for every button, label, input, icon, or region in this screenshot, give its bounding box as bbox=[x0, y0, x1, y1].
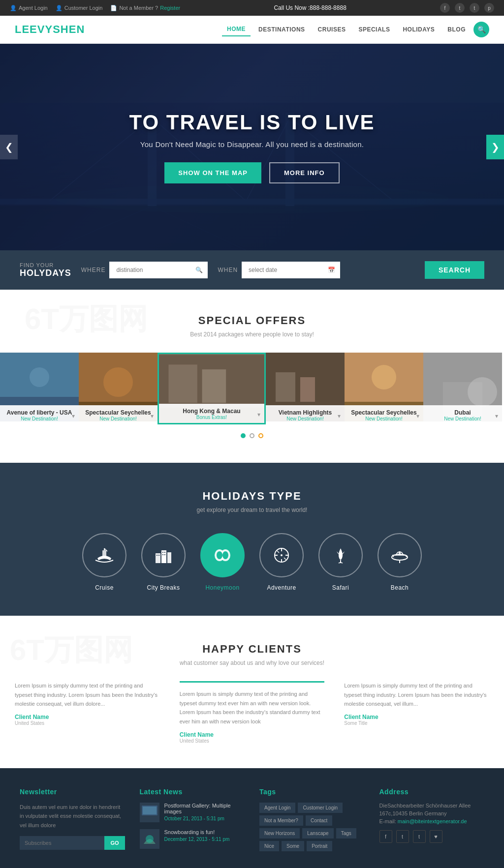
facebook-icon[interactable]: f bbox=[440, 3, 450, 13]
register-link[interactable]: Register bbox=[160, 5, 180, 11]
svg-point-31 bbox=[468, 377, 497, 407]
footer: Newsletter Duis autem vel eum iure dolor… bbox=[0, 768, 504, 868]
nav-specials[interactable]: SPECIALS bbox=[353, 23, 395, 36]
tag-some[interactable]: Some bbox=[282, 841, 304, 851]
clients-subtitle: what customer say about us and why love … bbox=[15, 659, 489, 666]
special-offers-subtitle: Best 2014 packages where people love to … bbox=[15, 331, 489, 338]
svg-rect-36 bbox=[167, 552, 171, 563]
footer-pinterest-icon[interactable]: ♥ bbox=[430, 830, 442, 843]
address-title: Address bbox=[379, 788, 485, 796]
show-map-button[interactable]: SHOW ON THE MAP bbox=[164, 162, 261, 183]
card-item[interactable]: Avenue of liberty - USA New Destination!… bbox=[0, 353, 79, 424]
card-item[interactable]: Spectacular Seychelles New Destination! … bbox=[79, 353, 158, 424]
email-label: E-mail: bbox=[379, 818, 396, 824]
hero-prev-button[interactable]: ❮ bbox=[0, 135, 18, 159]
tag-contact[interactable]: Contact bbox=[306, 815, 332, 826]
nav-holidays[interactable]: HOLIDAYS bbox=[398, 23, 440, 36]
tag-portrait[interactable]: Portrait bbox=[307, 841, 332, 851]
destination-input[interactable] bbox=[109, 262, 208, 278]
dot-2[interactable] bbox=[250, 433, 254, 438]
nav-home[interactable]: HOME bbox=[222, 23, 251, 36]
newsletter-form: GO bbox=[20, 836, 125, 850]
date-input[interactable] bbox=[242, 262, 340, 278]
holiday-beach[interactable]: Beach bbox=[378, 533, 422, 591]
cruise-circle bbox=[82, 533, 126, 577]
find-label: FIND YOUR HOLYDAYS bbox=[20, 262, 71, 278]
address-line-2: 167c,10435 Berlin Germany bbox=[379, 810, 485, 816]
safari-circle bbox=[318, 533, 363, 577]
clients-section: 6T万图网 HAPPY CLIENTS what customer say ab… bbox=[0, 616, 504, 768]
where-field: Where 🔍 bbox=[81, 262, 208, 278]
logo[interactable]: LEEVYSHEN bbox=[15, 23, 85, 36]
destination-input-wrap: 🔍 bbox=[109, 262, 208, 278]
cards-carousel: Avenue of liberty - USA New Destination!… bbox=[0, 353, 504, 424]
tag-not-member[interactable]: Not a Member? bbox=[259, 815, 303, 826]
footer-twitter-icon[interactable]: t bbox=[396, 830, 409, 843]
more-info-button[interactable]: MORE INFO bbox=[269, 162, 340, 183]
tag-tags[interactable]: Tags bbox=[336, 828, 356, 838]
svg-rect-42 bbox=[164, 554, 165, 555]
news-thumb-1 bbox=[140, 803, 159, 822]
chevron-down-icon: ▾ bbox=[257, 411, 260, 418]
not-member: 📄 Not a Member ? Register bbox=[110, 5, 180, 11]
call-us: Call Us Now :888-888-8888 bbox=[274, 4, 346, 11]
svg-line-54 bbox=[284, 558, 286, 560]
agent-login[interactable]: 👤 Agent Login bbox=[10, 5, 48, 11]
beach-circle bbox=[378, 533, 422, 577]
newsletter-title: Newsletter bbox=[20, 788, 125, 796]
tumblr-icon[interactable]: t bbox=[470, 3, 479, 13]
chevron-down-icon: ▾ bbox=[338, 413, 341, 419]
user-icon: 👤 bbox=[10, 5, 17, 11]
clients-grid: Lorem Ipsum is simply dummy text of the … bbox=[15, 681, 489, 744]
dot-3[interactable] bbox=[258, 433, 263, 438]
nav-destinations[interactable]: DESTINATIONS bbox=[253, 23, 310, 36]
hero-content: TO TRAVEL IS TO LIVE You Don't Need Magi… bbox=[129, 111, 375, 183]
news-content-1: Postformat Gallery: Multiple images Octo… bbox=[164, 803, 245, 822]
dot-1[interactable] bbox=[241, 433, 246, 438]
hero-next-button[interactable]: ❯ bbox=[486, 135, 504, 159]
footer-tumblr-icon[interactable]: t bbox=[413, 830, 426, 843]
card-item[interactable]: Spectacular Seychelles New Destination! … bbox=[345, 353, 423, 424]
tag-new-horizons[interactable]: New Horizons bbox=[259, 828, 300, 838]
search-button[interactable]: Search bbox=[425, 261, 484, 279]
customer-login[interactable]: 👤 Customer Login bbox=[56, 5, 103, 11]
holiday-cruise[interactable]: Cruise bbox=[82, 533, 126, 591]
card-item-active[interactable]: Hong Kong & Macau Bonus Extras! ▾ bbox=[158, 353, 266, 424]
nav-blog[interactable]: BLOG bbox=[442, 23, 471, 36]
header: LEEVYSHEN HOME DESTINATIONS CRUISES SPEC… bbox=[0, 16, 504, 44]
holiday-safari[interactable]: Safari bbox=[318, 533, 363, 591]
card-item[interactable]: Dubai New Destination! ▾ bbox=[423, 353, 502, 424]
logo-vyshen: VYSHEN bbox=[37, 23, 85, 35]
holiday-adventure[interactable]: Adventure bbox=[259, 533, 304, 591]
hero-title: TO TRAVEL IS TO LIVE bbox=[129, 111, 375, 134]
hero-buttons: SHOW ON THE MAP MORE INFO bbox=[129, 162, 375, 183]
twitter-icon[interactable]: t bbox=[455, 3, 465, 13]
card-caption: Spectacular Seychelles New Destination! … bbox=[345, 405, 423, 424]
newsletter-submit[interactable]: GO bbox=[104, 836, 125, 850]
news-thumb-2 bbox=[140, 829, 159, 849]
holiday-honeymoon[interactable]: Honeymoon bbox=[200, 533, 245, 591]
client-location-3: Some Title bbox=[344, 720, 489, 726]
adventure-label: Adventure bbox=[267, 584, 296, 591]
newsletter-input[interactable] bbox=[20, 836, 104, 850]
card-item[interactable]: Vietnam Highlights New Destination! ▾ bbox=[266, 353, 345, 424]
calendar-icon: 📅 bbox=[328, 267, 335, 273]
chevron-down-icon: ▾ bbox=[416, 413, 419, 419]
pinterest-icon[interactable]: p bbox=[484, 3, 494, 13]
tags-title: Tags bbox=[259, 788, 365, 796]
logo-lee: LEE bbox=[15, 23, 37, 35]
tag-customer-login[interactable]: Customer Login bbox=[298, 803, 343, 813]
nav-search-button[interactable]: 🔍 bbox=[473, 22, 489, 37]
city-breaks-label: City Breaks bbox=[147, 584, 180, 591]
news-item-2: Snowboarding is fun! December 12, 2013 -… bbox=[140, 829, 245, 849]
card-caption: Avenue of liberty - USA New Destination!… bbox=[0, 405, 79, 424]
tag-agent-login[interactable]: Agent Login bbox=[259, 803, 295, 813]
tag-lanscape[interactable]: Lanscape bbox=[302, 828, 333, 838]
nav-cruises[interactable]: CRUISES bbox=[313, 23, 351, 36]
cruise-label: Cruise bbox=[95, 584, 114, 591]
holiday-city-breaks[interactable]: City Breaks bbox=[141, 533, 186, 591]
svg-rect-40 bbox=[164, 552, 165, 553]
svg-rect-19 bbox=[168, 364, 197, 403]
footer-facebook-icon[interactable]: f bbox=[379, 830, 392, 843]
tag-nice[interactable]: Nice bbox=[259, 841, 279, 851]
